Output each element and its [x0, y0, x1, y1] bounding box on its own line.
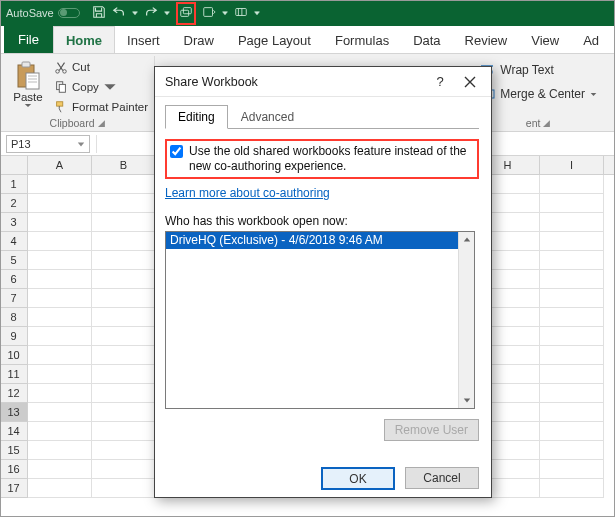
cell[interactable]: [540, 403, 604, 422]
column-header[interactable]: B: [92, 156, 156, 174]
row-header[interactable]: 12: [0, 384, 28, 403]
cell[interactable]: [92, 384, 156, 403]
cell[interactable]: [540, 346, 604, 365]
cell[interactable]: [28, 441, 92, 460]
cell[interactable]: [28, 479, 92, 498]
row-header[interactable]: 2: [0, 194, 28, 213]
cell[interactable]: [540, 270, 604, 289]
tab-addins[interactable]: Ad: [571, 27, 611, 53]
cell[interactable]: [92, 327, 156, 346]
workbook-users-listbox[interactable]: DriveHQ (Exclusive) - 4/6/2018 9:46 AM: [165, 231, 475, 409]
row-header[interactable]: 3: [0, 213, 28, 232]
row-header[interactable]: 7: [0, 289, 28, 308]
cell[interactable]: [540, 175, 604, 194]
cell[interactable]: [540, 213, 604, 232]
tab-view[interactable]: View: [519, 27, 571, 53]
cell[interactable]: [28, 289, 92, 308]
cell[interactable]: [92, 346, 156, 365]
qat-item-2-icon[interactable]: [234, 5, 248, 22]
learn-more-link[interactable]: Learn more about co-authoring: [165, 186, 330, 200]
cell[interactable]: [92, 289, 156, 308]
cell[interactable]: [92, 441, 156, 460]
row-header[interactable]: 16: [0, 460, 28, 479]
merge-center-button[interactable]: Merge & Center: [473, 84, 603, 104]
list-item[interactable]: DriveHQ (Exclusive) - 4/6/2018 9:46 AM: [166, 232, 474, 249]
tab-review[interactable]: Review: [453, 27, 520, 53]
dialog-tab-advanced[interactable]: Advanced: [228, 105, 307, 129]
cell[interactable]: [92, 422, 156, 441]
cell[interactable]: [28, 232, 92, 251]
cell[interactable]: [92, 365, 156, 384]
cell[interactable]: [28, 270, 92, 289]
cell[interactable]: [540, 441, 604, 460]
cell[interactable]: [540, 289, 604, 308]
cell[interactable]: [540, 251, 604, 270]
row-header[interactable]: 8: [0, 308, 28, 327]
cell[interactable]: [540, 365, 604, 384]
cell[interactable]: [540, 422, 604, 441]
cell[interactable]: [92, 194, 156, 213]
row-header[interactable]: 13: [0, 403, 28, 422]
customize-qat-icon[interactable]: [254, 10, 260, 16]
autosave-toggle[interactable]: AutoSave: [6, 7, 80, 19]
cell[interactable]: [92, 460, 156, 479]
cut-button[interactable]: Cut: [54, 58, 148, 76]
cell[interactable]: [28, 403, 92, 422]
tab-draw[interactable]: Draw: [172, 27, 226, 53]
row-header[interactable]: 5: [0, 251, 28, 270]
cell[interactable]: [540, 194, 604, 213]
qat-item-dropdown-icon[interactable]: [222, 10, 228, 16]
share-workbook-icon[interactable]: [179, 5, 193, 22]
use-old-shared-checkbox-input[interactable]: [170, 145, 183, 158]
row-header[interactable]: 9: [0, 327, 28, 346]
cell[interactable]: [28, 175, 92, 194]
cell[interactable]: [540, 460, 604, 479]
scroll-down-icon[interactable]: [459, 392, 474, 408]
undo-icon[interactable]: [112, 5, 126, 22]
cell[interactable]: [92, 213, 156, 232]
undo-dropdown-icon[interactable]: [132, 10, 138, 16]
tab-file[interactable]: File: [4, 26, 53, 53]
listbox-scrollbar[interactable]: [458, 232, 474, 408]
cell[interactable]: [540, 327, 604, 346]
row-header[interactable]: 11: [0, 365, 28, 384]
dialog-tab-editing[interactable]: Editing: [165, 105, 228, 129]
save-icon[interactable]: [92, 5, 106, 22]
dialog-close-button[interactable]: [455, 70, 485, 94]
paste-button[interactable]: Paste: [6, 56, 50, 112]
row-header[interactable]: 15: [0, 441, 28, 460]
tab-home[interactable]: Home: [53, 26, 115, 53]
cell[interactable]: [540, 232, 604, 251]
alignment-launcher-icon[interactable]: ◢: [543, 118, 550, 128]
qat-item-icon[interactable]: [202, 5, 216, 22]
cell[interactable]: [28, 327, 92, 346]
column-header[interactable]: I: [540, 156, 604, 174]
cell[interactable]: [92, 270, 156, 289]
use-old-shared-checkbox[interactable]: Use the old shared workbooks feature ins…: [170, 144, 473, 174]
scroll-up-icon[interactable]: [459, 232, 474, 248]
cell[interactable]: [28, 251, 92, 270]
cell[interactable]: [92, 251, 156, 270]
row-header[interactable]: 4: [0, 232, 28, 251]
cancel-button[interactable]: Cancel: [405, 467, 479, 489]
redo-dropdown-icon[interactable]: [164, 10, 170, 16]
redo-icon[interactable]: [144, 5, 158, 22]
cell[interactable]: [92, 403, 156, 422]
cell[interactable]: [540, 479, 604, 498]
tab-data[interactable]: Data: [401, 27, 452, 53]
cell[interactable]: [28, 194, 92, 213]
cell[interactable]: [28, 365, 92, 384]
clipboard-launcher-icon[interactable]: ◢: [98, 118, 105, 128]
copy-button[interactable]: Copy: [54, 78, 148, 96]
column-header[interactable]: A: [28, 156, 92, 174]
cell[interactable]: [92, 175, 156, 194]
cell[interactable]: [92, 479, 156, 498]
select-all-corner[interactable]: [0, 156, 28, 174]
cell[interactable]: [28, 384, 92, 403]
cell[interactable]: [92, 232, 156, 251]
cell[interactable]: [28, 346, 92, 365]
cell[interactable]: [540, 308, 604, 327]
tab-insert[interactable]: Insert: [115, 27, 172, 53]
row-header[interactable]: 14: [0, 422, 28, 441]
cell[interactable]: [28, 422, 92, 441]
